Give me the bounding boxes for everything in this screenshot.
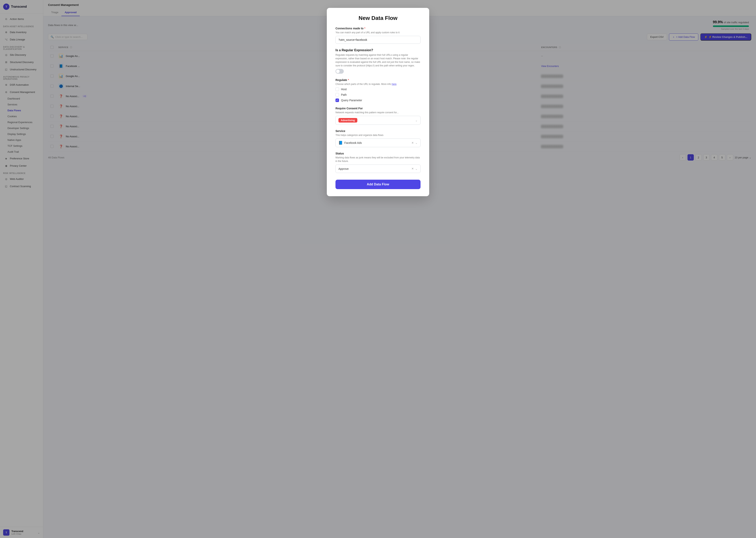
service-value: Facebook Ads: [344, 141, 362, 144]
service-section: Service This helps categorize and organi…: [336, 130, 420, 147]
connections-required-star: *: [364, 27, 365, 30]
regex-toggle-wrapper: [336, 69, 420, 74]
connections-hint: You can match any part of a URL and appl…: [336, 31, 420, 34]
regulate-link[interactable]: here: [392, 83, 397, 85]
status-dropdown[interactable]: Approve × ⌄: [336, 165, 420, 173]
connections-label: Connections made to *: [336, 27, 420, 30]
modal-title: New Data Flow: [336, 15, 420, 21]
connections-section: Connections made to * You can match any …: [336, 27, 420, 44]
regex-title: Is a Regular Expression?: [336, 48, 420, 52]
service-controls: × ⌄: [411, 141, 418, 145]
regulate-query-row[interactable]: ✓ Query Parameter: [336, 98, 420, 102]
consent-dropdown[interactable]: Advertising ⌄: [336, 116, 420, 125]
regex-toggle[interactable]: [336, 69, 344, 74]
add-flow-button[interactable]: Add Data Flow: [336, 180, 420, 189]
status-value: Approve: [338, 167, 349, 170]
regex-hint: Regulate requests by matching against th…: [336, 53, 420, 67]
status-label: Status: [336, 152, 420, 155]
status-hint: Marking data flows as junk means they wi…: [336, 156, 420, 163]
consent-hint: Network requests matching this pattern r…: [336, 111, 420, 114]
modal: New Data Flow Connections made to * You …: [327, 8, 429, 196]
service-clear-icon[interactable]: ×: [411, 141, 414, 145]
regulate-host-checkbox[interactable]: [336, 87, 339, 91]
regulate-checkboxes: Host Path ✓ Query Parameter: [336, 87, 420, 102]
regulate-query-checkbox[interactable]: ✓: [336, 98, 339, 102]
regulate-path-row[interactable]: Path: [336, 93, 420, 96]
service-fb-icon: 📘: [338, 141, 343, 145]
service-chevron-icon: ⌄: [415, 141, 418, 144]
service-dropdown[interactable]: 📘 Facebook Ads × ⌄: [336, 138, 420, 147]
service-dropdown-inner: 📘 Facebook Ads: [338, 141, 411, 145]
consent-chevron-icon: ⌄: [415, 119, 418, 122]
regulate-section: Regulate * Choose which parts of the URL…: [336, 79, 420, 102]
service-label: Service: [336, 130, 420, 133]
regulate-hint: Choose which parts of the URL to regulat…: [336, 82, 420, 86]
consent-section: Require Consent For Network requests mat…: [336, 107, 420, 125]
consent-value-tag: Advertising: [338, 118, 357, 123]
regulate-required-star: *: [348, 79, 349, 81]
status-controls: × ⌄: [411, 167, 418, 171]
status-clear-icon[interactable]: ×: [411, 167, 414, 171]
consent-label: Require Consent For: [336, 107, 420, 110]
modal-overlay[interactable]: New Data Flow Connections made to * You …: [0, 0, 756, 538]
regex-section: Is a Regular Expression? Regulate reques…: [336, 48, 420, 74]
connections-input[interactable]: [336, 36, 420, 44]
service-hint: This helps categorize and organize data …: [336, 134, 420, 137]
status-chevron-icon: ⌄: [415, 167, 418, 170]
regulate-path-checkbox[interactable]: [336, 93, 339, 96]
regulate-host-row[interactable]: Host: [336, 87, 420, 91]
status-section: Status Marking data flows as junk means …: [336, 152, 420, 173]
regulate-label: Regulate *: [336, 79, 420, 81]
